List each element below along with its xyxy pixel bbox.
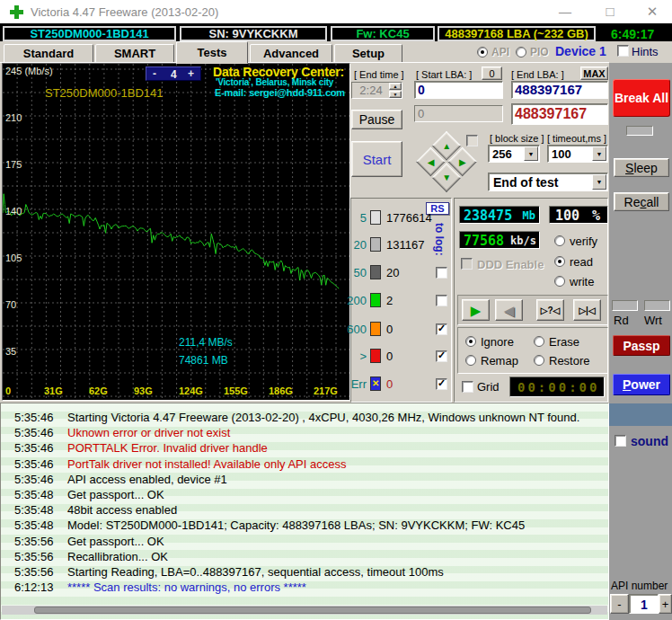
- histogram-log-checkbox[interactable]: [436, 378, 447, 390]
- api-number-increment[interactable]: +: [659, 594, 672, 614]
- read-indicator-label: Rd: [614, 314, 629, 327]
- drive-capacity: 488397168 LBA (~232 GB): [438, 26, 596, 41]
- log-timestamp: 5:35:46: [14, 441, 54, 455]
- block-size-dropdown-arrow[interactable]: ▼: [524, 146, 538, 161]
- ddd-enable-checkbox[interactable]: [461, 258, 473, 270]
- cursor-position-readout: 74861 MB: [179, 354, 228, 367]
- tab-advanced[interactable]: Advanced: [250, 44, 332, 63]
- histogram-log-checkbox[interactable]: [436, 267, 447, 279]
- histogram-bucket-count: 0: [386, 323, 393, 336]
- timeout-dropdown-arrow[interactable]: ▼: [592, 146, 606, 161]
- app-icon: [10, 5, 23, 19]
- api-number-decrement[interactable]: -: [610, 594, 629, 614]
- scan-play-button[interactable]: ▶: [462, 299, 490, 321]
- graph-y-tick: 70: [5, 299, 16, 310]
- end-time-down-button[interactable]: ▼: [389, 91, 402, 98]
- hints-checkbox[interactable]: [617, 45, 629, 57]
- sound-checkbox[interactable]: [615, 435, 626, 447]
- histogram-log-checkbox[interactable]: [436, 350, 447, 362]
- remaining-lba-field: 488397167: [511, 103, 608, 125]
- timeout-select[interactable]: 100 ▼: [547, 145, 608, 163]
- mode-label-read: read: [570, 255, 593, 269]
- histogram-log-checkbox[interactable]: [436, 323, 447, 335]
- tab-tests[interactable]: Tests: [176, 41, 248, 64]
- break-indicator: [626, 126, 653, 136]
- minimize-button[interactable]: —: [553, 0, 578, 22]
- log-scrollbar-thumb[interactable]: [34, 607, 591, 614]
- end-lba-input[interactable]: 488397167: [511, 81, 608, 99]
- histogram-bucket-swatch: [370, 293, 381, 307]
- end-time-up-button[interactable]: ▲: [389, 83, 402, 90]
- graph-x-tick: 0: [5, 385, 11, 396]
- histogram-log-checkbox[interactable]: [436, 295, 447, 306]
- pause-button[interactable]: Pause: [351, 110, 402, 129]
- back-icon: ◀: [504, 304, 515, 317]
- banner-city: 'Victoria', Belarus, Minsk city: [216, 77, 333, 87]
- device-label[interactable]: Device 1: [555, 44, 606, 58]
- seek-defect-button[interactable]: ▷?◁: [536, 299, 564, 321]
- end-time-value: 2:24: [352, 83, 390, 98]
- scan-back-button[interactable]: ◀: [495, 299, 523, 321]
- graph-x-tick: 93G: [134, 385, 153, 396]
- histogram-bucket-label: 5: [347, 211, 367, 225]
- action-select[interactable]: End of test ▼: [488, 173, 608, 191]
- passp-button[interactable]: Passp: [613, 335, 670, 356]
- maximize-button[interactable]: □: [597, 0, 623, 22]
- histogram-bucket-count: 131167: [386, 238, 424, 252]
- log-message: Get passport... OK: [67, 535, 164, 548]
- log-message: 48bit access enabled: [67, 503, 177, 517]
- log-scrollbar[interactable]: [2, 606, 607, 615]
- ddd-enable-label: DDD Enable: [477, 258, 544, 271]
- speed-display: 77568 kb/s: [459, 231, 540, 249]
- seek-checkbox[interactable]: [466, 135, 478, 146]
- block-size-label: [ block size ]: [490, 133, 544, 144]
- down-arrow-icon: ▼: [442, 173, 451, 182]
- graph-y-tick: 210: [5, 112, 22, 123]
- max-lba-button[interactable]: MAX: [580, 66, 608, 80]
- close-button[interactable]: ✕: [640, 0, 665, 22]
- break-all-button[interactable]: Break All: [613, 79, 670, 117]
- drive-serial: SN: 9VYKCKKM: [180, 26, 327, 41]
- block-size-select[interactable]: 256 ▼: [488, 145, 540, 163]
- sleep-button[interactable]: Sleep: [614, 158, 669, 177]
- tab-standard[interactable]: Standard: [4, 44, 93, 63]
- mode-radio-read[interactable]: [554, 256, 565, 267]
- graph-y-tick: 245 (Mb/s): [5, 66, 53, 76]
- write-indicator-label: Wrt: [644, 314, 662, 327]
- write-indicator: [644, 300, 670, 311]
- zero-lba-button[interactable]: 0: [482, 66, 502, 80]
- current-lba-field: 0: [414, 105, 503, 122]
- policy-radio-ignore[interactable]: [465, 336, 476, 347]
- log-message: Get passport... OK: [67, 488, 164, 501]
- tab-setup[interactable]: Setup: [334, 44, 402, 63]
- graph-zoom-out-button[interactable]: -: [153, 67, 156, 80]
- histogram-bucket-swatch: [370, 322, 381, 336]
- api-radio[interactable]: [477, 47, 488, 58]
- tab-smart[interactable]: SMART: [95, 44, 174, 63]
- policy-radio-erase[interactable]: [534, 336, 544, 347]
- log-message: ***** Scan results: no warnings, no erro…: [67, 580, 306, 594]
- start-button[interactable]: Start: [351, 141, 402, 177]
- graph-x-tick: 31G: [44, 385, 63, 396]
- recall-button[interactable]: Recall: [614, 192, 669, 211]
- histogram-bucket-count: 20: [386, 266, 399, 279]
- end-time-spinner[interactable]: 2:24 ▲ ▼: [351, 82, 402, 99]
- clock: 6:49:17: [611, 27, 654, 41]
- log-timestamp: 5:35:46: [14, 457, 54, 471]
- log-timestamp: 5:35:48: [14, 518, 54, 532]
- mode-radio-verify[interactable]: [554, 235, 565, 246]
- power-button[interactable]: Power: [613, 374, 670, 395]
- action-dropdown-arrow[interactable]: ▼: [592, 174, 606, 190]
- mode-radio-write[interactable]: [554, 276, 565, 287]
- log-message: Starting Victoria 4.47 Freeware (2013-02…: [67, 411, 579, 424]
- cursor-speed-readout: 211,4 MB/s: [179, 336, 233, 349]
- graph-zoom-in-button[interactable]: +: [188, 67, 194, 80]
- start-lba-input[interactable]: 0: [414, 81, 503, 99]
- seek-end-button[interactable]: ▷|◁: [573, 299, 601, 321]
- graph-x-tick: 155G: [224, 385, 248, 396]
- pio-radio[interactable]: [516, 47, 526, 58]
- policy-radio-restore[interactable]: [534, 355, 544, 366]
- graph-model-watermark: ST250DM000-1BD141: [45, 86, 164, 100]
- grid-checkbox[interactable]: [462, 381, 473, 393]
- policy-radio-remap[interactable]: [465, 355, 476, 366]
